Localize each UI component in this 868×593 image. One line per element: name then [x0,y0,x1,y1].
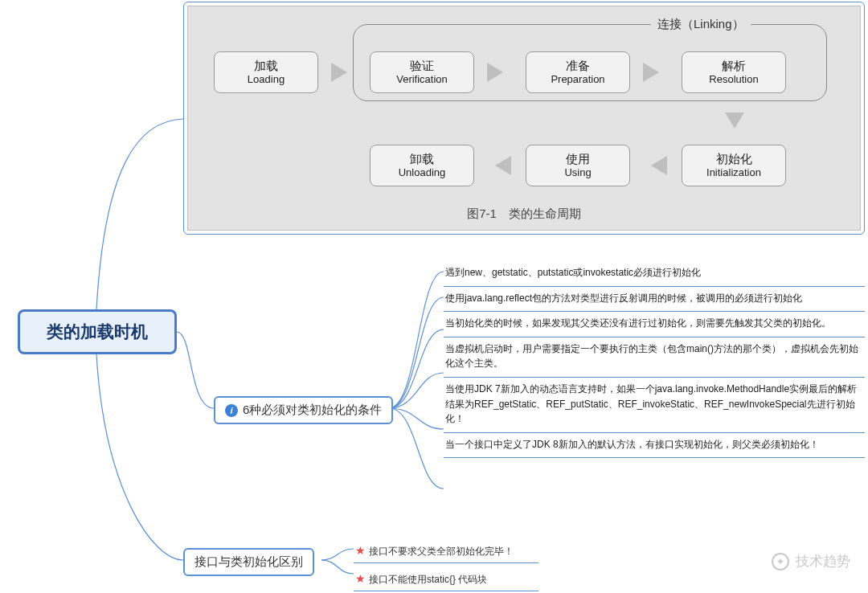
stage-initialization: 初始化Initialization [682,145,786,186]
watermark-text: 技术趋势 [796,552,850,571]
arrow-icon [651,156,667,175]
wechat-icon: ✦ [772,553,789,571]
lifecycle-caption: 图7-1 类的生命周期 [467,207,581,222]
watermark: ✦ 技术趋势 [772,552,850,571]
branch-interface-diff[interactable]: 接口与类初始化区别 [183,548,314,576]
root-node[interactable]: 类的加载时机 [18,309,177,354]
stage-preparation: 准备Preparation [526,51,630,93]
arrow-icon [331,63,347,82]
list-item[interactable]: ★接口不能使用static{} 代码块 [354,570,538,591]
star-icon: ★ [355,572,366,585]
arrow-icon [487,63,503,82]
arrow-icon [495,156,511,175]
list-item[interactable]: 当初始化类的时候，如果发现其父类还没有进行过初始化，则需要先触发其父类的初始化。 [444,312,865,337]
stage-using: 使用Using [526,145,630,186]
list-item[interactable]: 当一个接口中定义了JDK 8新加入的默认方法，有接口实现初始化，则父类必须初始化… [444,433,865,459]
list-item[interactable]: 当使用JDK 7新加入的动态语言支持时，如果一个java.lang.invoke… [444,378,865,433]
star-icon: ★ [355,544,366,557]
lifecycle-inner: 连接（Linking） 加载Loading 验证Verification 准备P… [187,6,861,231]
list-item[interactable]: 使用java.lang.reflect包的方法对类型进行反射调用的时候，被调用的… [444,287,865,313]
branch2-label: 接口与类初始化区别 [194,554,303,570]
lifecycle-diagram: 连接（Linking） 加载Loading 验证Verification 准备P… [183,2,865,235]
stage-unloading: 卸载Unloading [370,145,474,186]
arrow-icon [725,112,744,129]
stage-loading: 加载Loading [214,51,318,93]
list-item[interactable]: ★接口不要求父类全部初始化完毕！ [354,542,538,563]
linking-label: 连接（Linking） [651,17,751,32]
list-item[interactable]: 当虚拟机启动时，用户需要指定一个要执行的主类（包含main()方法的那个类），虚… [444,337,865,378]
branch-init-conditions[interactable]: i 6种必须对类初始化的条件 [214,396,393,424]
stage-verification: 验证Verification [370,51,474,93]
list-item[interactable]: 遇到new、getstatic、putstatic或invokestatic必须… [444,261,865,287]
interface-diff-list: ★接口不要求父类全部初始化完毕！ ★接口不能使用static{} 代码块 [354,542,538,593]
arrow-icon [643,63,659,82]
root-title: 类的加载时机 [47,321,148,343]
init-conditions-list: 遇到new、getstatic、putstatic或invokestatic必须… [444,261,865,458]
info-icon: i [225,404,238,417]
stage-resolution: 解析Resolution [682,51,786,93]
branch1-label: 6种必须对类初始化的条件 [243,403,382,418]
